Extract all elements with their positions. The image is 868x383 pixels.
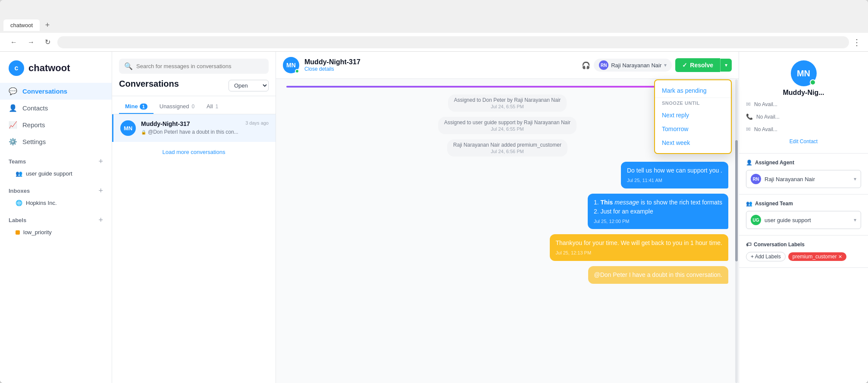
system-message-1: Assigned to Don Peter by Raji Narayanan … <box>448 94 567 112</box>
message-text-5: 1. This message is to show the rich text… <box>594 198 722 216</box>
mark-pending-option[interactable]: Mark as pending <box>655 84 731 98</box>
more-button[interactable]: ⋮ <box>852 37 861 47</box>
label-color-dot <box>16 230 20 235</box>
right-panel: MN Muddy-Nig... ✉ No Avail... 📞 No Avail… <box>739 52 868 383</box>
conv-item-avatar: MN <box>120 120 136 136</box>
conv-list-header: 🔍 Conversations Open Resolved Pending <box>112 52 276 96</box>
inboxes-add-button[interactable]: + <box>98 186 103 195</box>
team-panel-avatar: UG <box>751 215 761 225</box>
labels-section-header: Labels + <box>0 212 112 226</box>
conversation-labels-title: 🏷 Conversation Labels <box>746 242 861 248</box>
conv-item-preview: @Don PeterI have a doubt in this con... <box>148 129 238 135</box>
inboxes-label: Inboxes <box>9 188 30 194</box>
conversations-icon: 💬 <box>9 87 17 95</box>
online-status-dot <box>295 69 299 73</box>
conv-items: MN Muddy-Night-317 3 days ago 🔒 @Don Pet… <box>112 114 276 383</box>
labels-section: Labels + low_priority <box>0 212 112 238</box>
search-bar[interactable]: 🔍 <box>119 59 269 74</box>
address-bar[interactable] <box>57 36 849 48</box>
contacts-icon: 👤 <box>9 104 17 112</box>
close-details-link[interactable]: Close details <box>304 66 577 72</box>
email-icon: ✉ <box>746 101 751 107</box>
chat-contact-avatar: MN <box>283 57 299 73</box>
forward-button[interactable]: → <box>24 37 38 48</box>
scrollbar[interactable] <box>735 79 739 383</box>
resolve-dropdown-button[interactable]: ▾ <box>720 59 732 72</box>
inbox-name: Hopkins Inc. <box>26 200 57 206</box>
teams-add-button[interactable]: + <box>98 157 103 166</box>
message-time-5: Jul 25, 12:00 PM <box>594 218 722 225</box>
conv-tabs: Mine 1 Unassigned 0 All 1 <box>112 96 276 114</box>
conv-list-title: Conversations <box>119 79 179 89</box>
sidebar-item-settings[interactable]: ⚙️ Settings <box>0 133 112 150</box>
message-bubble-7: @Don Peter I have a doubt in this conver… <box>588 266 729 284</box>
snooze-dropdown: Mark as pending SNOOZE UNTIL Next reply … <box>654 79 732 154</box>
team-select-chevron: ▾ <box>854 217 856 223</box>
agent-badge[interactable]: RN Raji Narayanan Nair ▾ <box>594 59 672 72</box>
contact-online-dot <box>810 79 816 85</box>
search-input[interactable] <box>136 63 263 69</box>
snooze-next-week[interactable]: Next week <box>655 136 731 150</box>
conversation-labels-section: 🏷 Conversation Labels + Add Labels premi… <box>739 235 868 268</box>
agent-select-chevron: ▾ <box>854 176 856 182</box>
message-text-6: Thankyou for your time. We will get back… <box>556 239 722 248</box>
inbox-icon: 🌐 <box>16 200 22 206</box>
team-select[interactable]: UG user guide support ▾ <box>746 211 861 229</box>
contact-address: No Avail... <box>754 126 777 132</box>
agent-panel-avatar: RN <box>751 174 761 184</box>
label-low-priority[interactable]: low_priority <box>0 226 112 238</box>
team-row: UG user guide support <box>751 215 811 225</box>
search-icon: 🔍 <box>124 62 133 70</box>
filter-select[interactable]: Open Resolved Pending <box>229 80 269 91</box>
address-icon: ✉ <box>746 126 751 132</box>
conv-item-time: 3 days ago <box>245 120 269 126</box>
message-time-4: Jul 25, 11:41 AM <box>627 177 722 184</box>
load-more-button[interactable]: Load more conversations <box>112 142 276 162</box>
assigned-team-title: 👥 Assigned Team <box>746 201 861 207</box>
sidebar-item-conversations[interactable]: 💬 Conversations <box>0 83 112 100</box>
labels-label: Labels <box>9 217 26 223</box>
sidebar-item-contacts[interactable]: 👤 Contacts <box>0 100 112 116</box>
checkmark-icon: ✓ <box>682 62 687 69</box>
teams-label: Teams <box>9 158 26 165</box>
sidebar-label-contacts: Contacts <box>22 104 48 112</box>
sidebar-label-settings: Settings <box>22 138 46 145</box>
contact-address-row: ✉ No Avail... <box>746 124 861 134</box>
tab-all[interactable]: All 1 <box>201 100 224 114</box>
browser-tab[interactable]: chatwoot <box>3 19 40 31</box>
agent-select[interactable]: RN Raji Narayanan Nair ▾ <box>746 170 861 188</box>
tab-unassigned[interactable]: Unassigned 0 <box>154 100 201 114</box>
inbox-hopkins[interactable]: 🌐 Hopkins Inc. <box>0 197 112 209</box>
new-tab-button[interactable]: + <box>41 19 53 31</box>
teams-section: Teams + 👥 user guide support <box>0 154 112 179</box>
message-time-6: Jul 25, 12:13 PM <box>556 249 722 257</box>
team-user-guide-support[interactable]: 👥 user guide support <box>0 168 112 179</box>
assigned-agent-title: 👤 Assigned Agent <box>746 160 861 166</box>
reload-button[interactable]: ↻ <box>41 36 54 48</box>
snooze-tomorrow[interactable]: Tomorrow <box>655 122 731 136</box>
scrollbar-track <box>735 79 738 383</box>
conv-item[interactable]: MN Muddy-Night-317 3 days ago 🔒 @Don Pet… <box>112 114 276 142</box>
contact-card: MN Muddy-Nig... ✉ No Avail... 📞 No Avail… <box>739 52 868 154</box>
teams-section-header: Teams + <box>0 154 112 168</box>
tab-label: chatwoot <box>10 22 33 28</box>
add-labels-button[interactable]: + Add Labels <box>746 252 786 261</box>
contact-phone: No Avail... <box>756 114 780 120</box>
back-button[interactable]: ← <box>7 37 21 48</box>
tab-mine[interactable]: Mine 1 <box>119 100 154 114</box>
conv-item-name: Muddy-Night-317 <box>141 120 190 127</box>
contact-email: No Avail... <box>754 101 777 107</box>
chat-header-info: Muddy-Night-317 Close details <box>304 58 577 72</box>
contact-email-row: ✉ No Avail... <box>746 99 861 109</box>
resolve-button[interactable]: ✓ Resolve <box>675 58 720 72</box>
message-bubble-4: Do tell us how we can support you . Jul … <box>621 162 728 188</box>
snooze-next-reply[interactable]: Next reply <box>655 108 731 122</box>
label-remove-button[interactable]: ✕ <box>838 254 842 260</box>
contact-avatar: MN <box>791 60 817 86</box>
labels-add-button[interactable]: + <box>98 216 103 225</box>
labels-icon: 🏷 <box>746 242 751 248</box>
agent-avatar-small: RN <box>599 60 608 70</box>
sidebar-item-reports[interactable]: 📈 Reports <box>0 116 112 133</box>
message-bubble-5: 1. This message is to show the rich text… <box>588 194 728 229</box>
edit-contact-button[interactable]: Edit Contact <box>790 138 818 144</box>
